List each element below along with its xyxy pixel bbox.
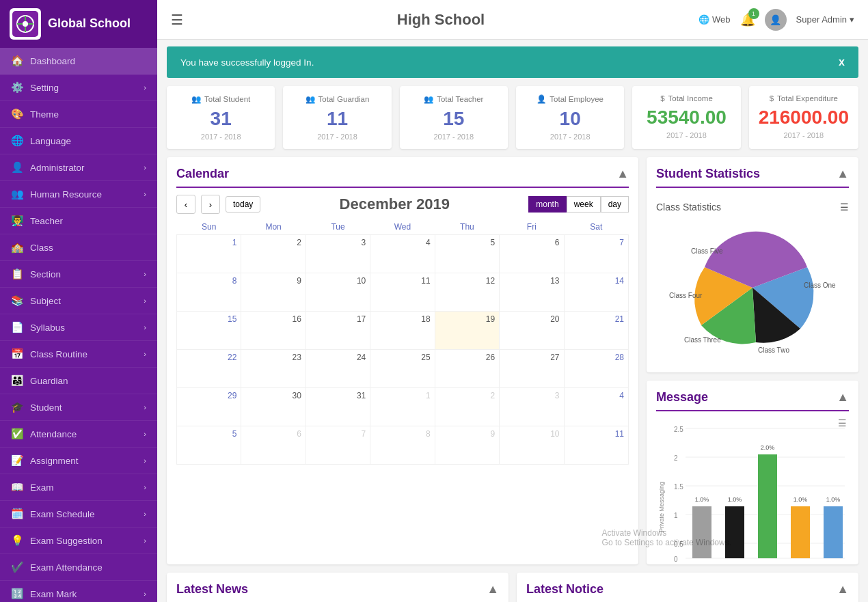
- cal-cell-0-5[interactable]: 6: [500, 235, 564, 273]
- sidebar-icon-class-routine: 📅: [11, 348, 23, 360]
- sidebar-item-class-routine[interactable]: 📅 Class Routine ›: [0, 341, 157, 368]
- calendar-month-view-button[interactable]: month: [528, 196, 566, 213]
- admin-menu[interactable]: Super Admin ▾: [796, 14, 854, 25]
- cal-cell-1-2[interactable]: 10: [306, 273, 370, 312]
- cal-cell-3-3[interactable]: 25: [370, 350, 435, 388]
- cal-cell-4-2[interactable]: 31: [306, 388, 370, 426]
- cal-cell-2-2[interactable]: 17: [306, 312, 370, 350]
- cal-cell-3-6[interactable]: 28: [564, 350, 628, 388]
- latest-news-toggle[interactable]: ▲: [487, 582, 499, 597]
- sidebar-arrow-administrator: ›: [144, 163, 146, 172]
- pie-label-class-one: Class One: [804, 282, 836, 289]
- cal-cell-5-1[interactable]: 6: [241, 426, 306, 465]
- cal-cell-2-3[interactable]: 18: [370, 312, 435, 350]
- cal-cell-0-6[interactable]: 7: [564, 235, 628, 273]
- success-alert: You have successfully logged In. x: [167, 46, 858, 78]
- chart-menu-icon[interactable]: ☰: [840, 202, 849, 213]
- cal-cell-3-5[interactable]: 27: [500, 350, 564, 388]
- cal-cell-4-4[interactable]: 2: [435, 388, 499, 426]
- menu-icon[interactable]: ☰: [171, 12, 183, 28]
- sidebar-item-setting[interactable]: ⚙️ Setting ›: [0, 74, 157, 101]
- cal-cell-2-6[interactable]: 21: [564, 312, 628, 350]
- cal-cell-5-3[interactable]: 8: [370, 426, 435, 465]
- topbar: ☰ High School 🌐 Web 🔔 1 👤 Super Admin ▾: [157, 0, 868, 40]
- latest-notice-toggle[interactable]: ▲: [837, 582, 849, 597]
- app-logo: [10, 8, 41, 40]
- sidebar-item-subject[interactable]: 📚 Subject ›: [0, 288, 157, 314]
- notification-bell[interactable]: 🔔 1: [740, 12, 755, 27]
- cal-cell-4-5[interactable]: 3: [500, 388, 564, 426]
- sidebar-item-exam-suggestion[interactable]: 💡 Exam Suggestion ›: [0, 528, 157, 554]
- chart-menu-icon2[interactable]: ☰: [838, 418, 847, 428]
- sidebar-item-exam[interactable]: 📖 Exam ›: [0, 474, 157, 501]
- web-link[interactable]: 🌐 Web: [699, 14, 731, 25]
- cal-cell-0-3[interactable]: 4: [370, 235, 435, 273]
- student-stats-toggle[interactable]: ▲: [837, 167, 849, 181]
- sidebar-item-dashboard[interactable]: 🏠 Dashboard: [0, 48, 157, 74]
- cal-cell-0-2[interactable]: 3: [306, 235, 370, 273]
- latest-news-header: Latest News ▲: [176, 582, 499, 602]
- cal-cell-4-1[interactable]: 30: [241, 388, 306, 426]
- calendar-title: Calendar: [176, 167, 229, 181]
- cal-cell-3-0[interactable]: 22: [177, 350, 241, 388]
- sidebar-icon-assignment: 📝: [11, 454, 23, 467]
- alert-close-button[interactable]: x: [839, 56, 845, 68]
- student-statistics-section: Student Statistics ▲ Class Statistics ☰: [647, 157, 858, 372]
- calendar-toggle[interactable]: ▲: [616, 167, 629, 181]
- sidebar-item-class[interactable]: 🏫 Class: [0, 234, 157, 261]
- sidebar-item-section[interactable]: 📋 Section ›: [0, 261, 157, 288]
- sidebar-item-teacher[interactable]: 👨‍🏫 Teacher: [0, 208, 157, 234]
- sidebar-item-student[interactable]: 🎓 Student ›: [0, 394, 157, 421]
- sidebar-item-exam-schedule[interactable]: 🗓️ Exam Schedule ›: [0, 501, 157, 528]
- cal-cell-4-6[interactable]: 4: [564, 388, 628, 426]
- cal-cell-1-0[interactable]: 8: [177, 273, 241, 312]
- sidebar-item-human-resource[interactable]: 👥 Human Resource ›: [0, 181, 157, 208]
- cal-cell-2-1[interactable]: 16: [241, 312, 306, 350]
- cal-cell-0-4[interactable]: 5: [435, 235, 499, 273]
- sidebar-item-assignment[interactable]: 📝 Assignment ›: [0, 448, 157, 474]
- sidebar-arrow-assignment: ›: [144, 456, 146, 465]
- cal-cell-4-3[interactable]: 1: [370, 388, 435, 426]
- stat-title-5: $ Total Expenditure: [759, 94, 849, 102]
- cal-cell-2-5[interactable]: 20: [500, 312, 564, 350]
- cal-cell-0-0[interactable]: 1: [177, 235, 241, 273]
- cal-cell-1-4[interactable]: 12: [435, 273, 499, 312]
- stat-card-0: 👥 Total Student 31 2017 - 2018: [167, 86, 275, 149]
- calendar-today-button[interactable]: today: [226, 196, 260, 213]
- cal-cell-3-1[interactable]: 23: [241, 350, 306, 388]
- calendar-prev-button[interactable]: ‹: [176, 195, 195, 214]
- cal-cell-1-5[interactable]: 13: [500, 273, 564, 312]
- sidebar-icon-class: 🏫: [11, 241, 23, 254]
- cal-cell-5-2[interactable]: 7: [306, 426, 370, 465]
- cal-cell-5-4[interactable]: 9: [435, 426, 499, 465]
- sidebar-item-administrator[interactable]: 👤 Administrator ›: [0, 154, 157, 181]
- cal-cell-1-1[interactable]: 9: [241, 273, 306, 312]
- sidebar-item-attendance[interactable]: ✅ Attendance ›: [0, 421, 157, 448]
- cal-cell-4-0[interactable]: 29: [177, 388, 241, 426]
- sidebar-item-exam-mark[interactable]: 🔢 Exam Mark ›: [0, 581, 157, 602]
- calendar-controls: ‹ › today December 2019 month week day: [176, 195, 629, 214]
- cal-cell-5-6[interactable]: 11: [564, 426, 628, 465]
- cal-cell-3-4[interactable]: 26: [435, 350, 499, 388]
- cal-cell-5-0[interactable]: 5: [177, 426, 241, 465]
- sidebar-item-theme[interactable]: 🎨 Theme: [0, 101, 157, 128]
- sidebar-item-syllabus[interactable]: 📄 Syllabus ›: [0, 314, 157, 341]
- cal-cell-5-5[interactable]: 10: [500, 426, 564, 465]
- message-toggle[interactable]: ▲: [837, 390, 849, 405]
- cal-cell-0-1[interactable]: 2: [241, 235, 306, 273]
- calendar-day-view-button[interactable]: day: [601, 196, 629, 213]
- sidebar-item-language[interactable]: 🌐 Language: [0, 128, 157, 154]
- sidebar-icon-human-resource: 👥: [11, 188, 23, 200]
- cal-cell-2-0[interactable]: 15: [177, 312, 241, 350]
- alert-message: You have successfully logged In.: [180, 57, 314, 68]
- cal-cell-3-2[interactable]: 24: [306, 350, 370, 388]
- cal-cell-1-6[interactable]: 14: [564, 273, 628, 312]
- cal-cell-1-3[interactable]: 11: [370, 273, 435, 312]
- calendar-next-button[interactable]: ›: [201, 195, 220, 214]
- cal-cell-2-4[interactable]: 19: [435, 312, 499, 350]
- sidebar-item-guardian[interactable]: 👨‍👩‍👧 Guardian: [0, 368, 157, 394]
- calendar-week-view-button[interactable]: week: [567, 196, 601, 213]
- sidebar-icon-attendance: ✅: [11, 428, 23, 440]
- cal-day-mon: Mon: [241, 219, 306, 235]
- sidebar-item-exam-attendance[interactable]: ✔️ Exam Attendance: [0, 554, 157, 581]
